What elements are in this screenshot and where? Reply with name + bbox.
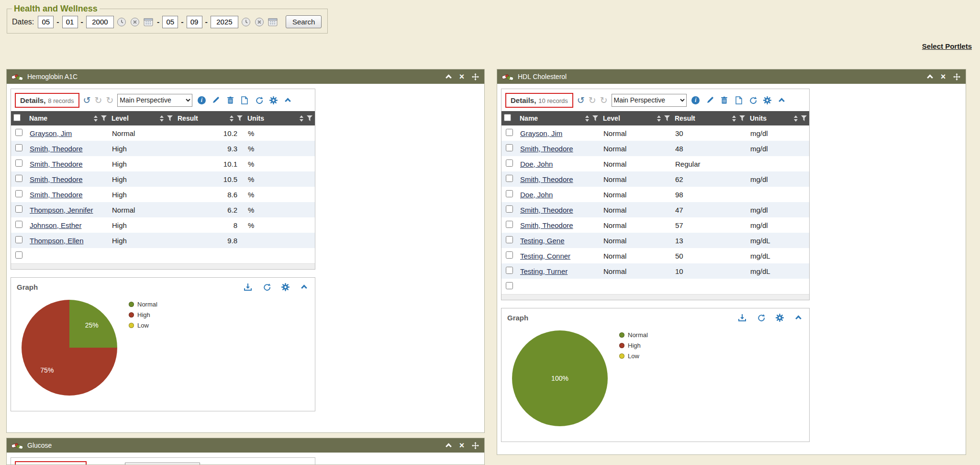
collapse-portlet-icon[interactable] (444, 72, 453, 81)
repeat-icon[interactable]: ↻ (106, 96, 113, 105)
filter-icon[interactable] (801, 115, 807, 121)
filter-icon[interactable] (739, 115, 745, 121)
undo-icon[interactable]: ↺ (83, 96, 91, 105)
row-checkbox[interactable] (506, 175, 513, 182)
settings-icon[interactable] (762, 95, 773, 105)
row-checkbox[interactable] (506, 251, 513, 259)
patient-name-link[interactable]: Smith, Theodore (30, 145, 83, 153)
edit-icon[interactable] (218, 464, 229, 465)
filter-icon[interactable] (167, 115, 173, 121)
settings-icon[interactable] (268, 95, 278, 105)
row-checkbox[interactable] (506, 144, 513, 151)
row-checkbox[interactable] (506, 159, 513, 167)
info-icon[interactable] (204, 464, 214, 465)
filter-icon[interactable] (307, 115, 312, 121)
patient-name-link[interactable]: Thompson, Jennifer (30, 206, 93, 214)
select-portlets-link[interactable]: Select Portlets (922, 42, 972, 50)
row-checkbox[interactable] (506, 267, 513, 274)
patient-name-link[interactable]: Testing, Gene (520, 237, 565, 245)
row-checkbox[interactable] (506, 221, 513, 228)
sort-icon[interactable] (732, 115, 736, 122)
row-checkbox[interactable] (506, 282, 513, 289)
close-portlet-icon[interactable]: × (938, 72, 948, 81)
to-day-input[interactable] (187, 16, 202, 28)
patient-name-link[interactable]: Doe, John (520, 191, 553, 199)
settings-icon[interactable] (280, 282, 290, 292)
collapse-icon[interactable] (777, 95, 787, 105)
sort-icon[interactable] (230, 115, 234, 122)
sort-icon[interactable] (94, 115, 98, 122)
delete-icon[interactable] (233, 464, 243, 465)
row-checkbox[interactable] (506, 190, 513, 197)
row-checkbox[interactable] (15, 221, 22, 228)
redo-icon[interactable]: ↻ (102, 465, 110, 465)
patient-name-link[interactable]: Smith, Theodore (520, 145, 573, 153)
to-year-input[interactable] (211, 16, 238, 28)
undo-icon[interactable]: ↺ (90, 465, 98, 465)
patient-name-link[interactable]: Grayson, Jim (30, 129, 72, 137)
row-checkbox[interactable] (15, 144, 22, 151)
select-all-checkbox[interactable] (504, 114, 511, 121)
patient-name-link[interactable]: Thompson, Ellen (30, 237, 84, 245)
undo-icon[interactable]: ↺ (577, 96, 585, 105)
row-checkbox[interactable] (15, 236, 22, 243)
new-document-icon[interactable] (734, 95, 744, 105)
refresh-icon[interactable] (748, 95, 758, 105)
row-checkbox[interactable] (15, 190, 22, 197)
clock-icon[interactable] (116, 16, 127, 27)
sort-icon[interactable] (657, 115, 661, 122)
patient-name-link[interactable]: Johnson, Esther (30, 221, 81, 229)
edit-icon[interactable] (705, 95, 715, 105)
patient-name-link[interactable]: Smith, Theodore (30, 175, 83, 183)
move-portlet-icon[interactable] (952, 72, 961, 81)
portlet-header[interactable]: Glucose × (7, 438, 484, 453)
filter-icon[interactable] (237, 115, 243, 121)
redo-icon[interactable]: ↻ (589, 96, 596, 105)
row-checkbox[interactable] (15, 205, 22, 213)
close-portlet-icon[interactable]: × (457, 72, 467, 81)
info-icon[interactable]: i (196, 95, 207, 105)
info-icon[interactable]: i (690, 95, 701, 105)
new-document-icon[interactable] (247, 464, 257, 465)
row-checkbox[interactable] (15, 175, 22, 182)
collapse-portlet-icon[interactable] (444, 441, 453, 450)
delete-icon[interactable] (225, 95, 235, 105)
perspective-select[interactable]: Main Perspective (117, 94, 192, 107)
clear-date-icon[interactable] (254, 16, 265, 27)
refresh-icon[interactable] (261, 464, 272, 465)
repeat-icon[interactable]: ↻ (600, 96, 608, 105)
collapse-portlet-icon[interactable] (925, 72, 935, 81)
calendar-icon[interactable] (143, 16, 154, 27)
row-checkbox[interactable] (15, 251, 22, 259)
clear-date-icon[interactable] (130, 16, 141, 27)
row-checkbox[interactable] (506, 236, 513, 243)
patient-name-link[interactable]: Smith, Theodore (520, 206, 573, 214)
calendar-icon[interactable] (267, 16, 278, 27)
close-portlet-icon[interactable]: × (457, 441, 467, 450)
collapse-icon[interactable] (299, 282, 309, 292)
patient-name-link[interactable]: Doe, John (520, 160, 553, 168)
settings-icon[interactable] (774, 312, 785, 323)
from-month-input[interactable] (38, 16, 54, 28)
redo-icon[interactable]: ↻ (94, 96, 102, 105)
patient-name-link[interactable]: Smith, Theodore (520, 175, 573, 183)
from-year-input[interactable] (86, 16, 114, 28)
row-checkbox[interactable] (506, 129, 513, 136)
filter-icon[interactable] (101, 115, 107, 121)
perspective-select[interactable]: Main Perspective (612, 94, 687, 107)
download-icon[interactable] (243, 282, 253, 292)
refresh-icon[interactable] (756, 312, 766, 323)
move-portlet-icon[interactable] (470, 441, 480, 450)
patient-name-link[interactable]: Smith, Theodore (30, 160, 83, 168)
search-button[interactable]: Search (286, 15, 322, 28)
row-checkbox[interactable] (15, 129, 22, 136)
patient-name-link[interactable]: Testing, Turner (520, 267, 568, 275)
patient-name-link[interactable]: Testing, Conner (520, 252, 570, 260)
from-day-input[interactable] (62, 16, 78, 28)
row-checkbox[interactable] (15, 159, 22, 167)
patient-name-link[interactable]: Smith, Theodore (520, 221, 573, 229)
sort-icon[interactable] (300, 115, 304, 122)
download-icon[interactable] (737, 312, 747, 323)
clock-icon[interactable] (241, 16, 252, 27)
patient-name-link[interactable]: Grayson, Jim (520, 129, 562, 137)
